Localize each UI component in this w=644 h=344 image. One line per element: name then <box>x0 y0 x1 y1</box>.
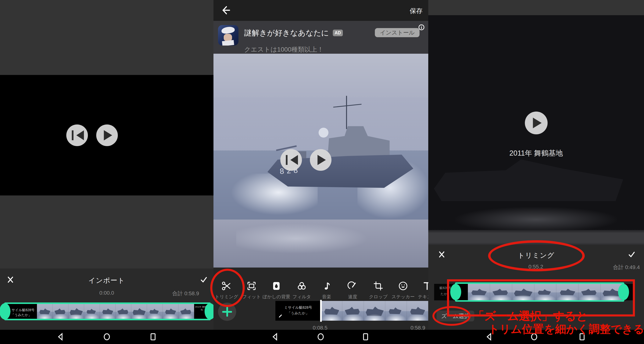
home-nav-icon[interactable] <box>316 332 326 342</box>
statusbar-band <box>428 0 644 15</box>
tool-crop[interactable]: クロップ <box>364 280 392 300</box>
trim-selection[interactable] <box>455 282 624 302</box>
film-thumbnail <box>163 304 178 319</box>
confirm-button[interactable] <box>627 250 636 259</box>
edit-pencil-icon <box>278 313 283 318</box>
save-button[interactable]: 保存 <box>410 7 422 15</box>
tool-blur-background[interactable]: ぼかしの背景 <box>262 280 290 300</box>
film-strip[interactable] <box>321 301 428 321</box>
play-icon <box>104 130 112 140</box>
recents-nav-icon[interactable] <box>148 332 158 342</box>
skip-to-start-button[interactable] <box>280 149 302 171</box>
film-thumbnail <box>321 301 342 321</box>
film-thumbnail <box>147 304 163 319</box>
dim-fragment-line1: 艇828号 <box>440 286 451 290</box>
text-icon <box>422 280 428 291</box>
total-duration: 合計 0:58.9 <box>172 290 199 297</box>
filter-icon <box>296 280 307 291</box>
video-caption: 2011年 舞鶴基地 <box>428 148 644 158</box>
recents-nav-icon[interactable] <box>577 332 587 342</box>
recents-nav-icon[interactable] <box>361 332 370 342</box>
film-thumbnail <box>385 301 407 321</box>
back-nav-icon[interactable] <box>270 332 280 342</box>
ad-app-icon[interactable] <box>218 25 238 46</box>
skip-to-start-button[interactable] <box>66 124 88 146</box>
fit-icon <box>246 280 257 291</box>
skip-triangle-icon <box>76 130 84 140</box>
back-nav-icon[interactable] <box>484 332 494 342</box>
tool-filter[interactable]: フィルタ <box>288 280 316 300</box>
scissors-icon <box>221 280 232 291</box>
film-strip[interactable] <box>468 284 623 300</box>
add-clip-button[interactable] <box>218 303 236 321</box>
skip-bar-icon <box>72 130 74 140</box>
music-icon <box>321 280 332 291</box>
tool-speed[interactable]: 速度 <box>338 280 367 300</box>
ad-subtitle: クエストは1000種類以上！ <box>244 45 324 54</box>
sheet-title: トリミング <box>428 251 644 260</box>
tool-text[interactable]: テキスト <box>413 280 428 300</box>
film-thumbnail <box>100 304 116 319</box>
play-button[interactable] <box>525 112 548 134</box>
home-nav-icon[interactable] <box>529 332 539 342</box>
android-navbar <box>214 330 428 344</box>
yard-arm <box>333 104 362 108</box>
sticker-icon <box>398 280 408 291</box>
video-preview[interactable]: 2011年 舞鶴基地 <box>428 15 644 230</box>
current-time: 0:55.2 <box>528 264 543 270</box>
ad-badge: AD <box>333 30 343 36</box>
panel-import-screen: インポート 0:00.0 合計 0:58.9 ミサイル艇828号 「うみたか」 … <box>0 0 214 344</box>
ship-silhouette <box>434 159 623 201</box>
film-thumbnail <box>407 301 428 321</box>
title-card-clip[interactable]: ミサイル艇828号 「うみたか」 <box>276 301 321 321</box>
film-thumbnail <box>534 284 556 300</box>
skip-triangle-icon <box>290 155 298 165</box>
play-button[interactable] <box>310 149 332 171</box>
back-nav-icon[interactable] <box>56 332 66 342</box>
speed-icon <box>347 280 358 291</box>
editor-topbar: 保存 <box>214 0 428 21</box>
ad-info-icon[interactable] <box>418 24 425 31</box>
film-thumbnail <box>116 304 131 319</box>
film-thumbnail <box>37 304 53 319</box>
film-strip[interactable] <box>37 304 194 319</box>
video-player[interactable]: 828 <box>214 54 428 268</box>
video-blur-top <box>214 54 428 98</box>
trim-handle-left[interactable] <box>450 284 461 300</box>
wave-glow <box>455 207 618 230</box>
play-button[interactable] <box>96 124 118 146</box>
panel-trim-screen: 2011年 舞鶴基地 トリミング 0:55.2 合計 0:49.4 艇828号 … <box>428 0 644 344</box>
android-navbar <box>428 330 644 344</box>
android-navbar <box>0 330 214 344</box>
film-thumbnail <box>468 284 490 300</box>
ad-title-row: 謎解きが好きなあなたに AD <box>244 28 343 38</box>
film-thumbnail <box>364 301 385 321</box>
playhead[interactable] <box>320 300 322 322</box>
ad-title: 謎解きが好きなあなたに <box>244 28 329 38</box>
crop-icon <box>373 280 384 291</box>
zoom-select-button[interactable]: ズーム選択 <box>436 311 474 321</box>
film-thumbnail <box>53 304 68 319</box>
ad-install-button[interactable]: インストール <box>375 28 420 37</box>
home-nav-icon[interactable] <box>102 332 112 342</box>
film-thumbnail <box>342 301 364 321</box>
tool-music[interactable]: 音楽 <box>312 280 341 300</box>
radar-dome <box>318 128 328 137</box>
trim-handle-right[interactable] <box>618 284 629 300</box>
skip-bar-icon <box>286 155 288 165</box>
ad-banner[interactable]: 謎解きが好きなあなたに AD クエストは1000種類以上！ インストール <box>214 21 428 54</box>
tool-fit[interactable]: フィット <box>237 280 266 300</box>
clip-title-line2: 「うみたか」 <box>6 313 37 317</box>
film-thumbnail <box>512 284 534 300</box>
import-timeline[interactable]: ミサイル艇828号 「うみたか」 2011年 舞鶴基地 <box>4 302 211 320</box>
back-arrow-icon[interactable] <box>221 5 231 16</box>
play-icon <box>318 155 326 165</box>
play-icon <box>533 118 542 128</box>
screen: インポート 0:00.0 合計 0:58.9 ミサイル艇828号 「うみたか」 … <box>0 0 644 344</box>
film-thumbnail <box>131 304 147 319</box>
film-thumbnail <box>490 284 512 300</box>
panel-divider-band <box>428 230 644 245</box>
tool-trim[interactable]: トリミング <box>214 280 241 300</box>
clip-title-line1: ミサイル艇828号 <box>276 305 321 310</box>
confirm-button[interactable] <box>200 275 208 284</box>
